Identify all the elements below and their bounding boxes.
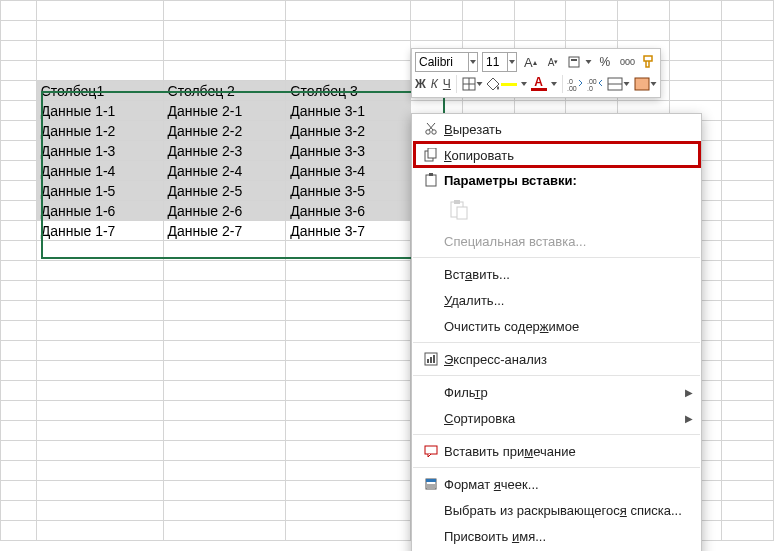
cell[interactable] <box>670 21 722 41</box>
cell[interactable] <box>722 361 774 381</box>
cell[interactable] <box>36 321 163 341</box>
data-cell[interactable]: Данные 2-7 <box>163 221 286 241</box>
data-cell[interactable]: Данные 3-7 <box>286 221 410 241</box>
cell[interactable] <box>163 341 286 361</box>
underline-button[interactable]: Ч <box>443 74 452 94</box>
bold-button[interactable]: Ж <box>415 74 426 94</box>
cell[interactable] <box>670 61 722 81</box>
cell[interactable] <box>163 301 286 321</box>
font-color-button[interactable]: A <box>531 77 547 91</box>
cell[interactable] <box>722 521 774 541</box>
cell[interactable] <box>286 381 410 401</box>
data-cell[interactable]: Данные 1-2 <box>36 121 163 141</box>
menu-define-name[interactable]: Присвоить имя... <box>412 523 701 549</box>
cell[interactable] <box>722 261 774 281</box>
cell[interactable] <box>286 361 410 381</box>
cell[interactable] <box>286 441 410 461</box>
header-cell[interactable]: Столбец 3 <box>286 81 410 101</box>
cell[interactable] <box>722 41 774 61</box>
cell[interactable] <box>670 41 722 61</box>
cell[interactable] <box>36 481 163 501</box>
menu-clear-contents[interactable]: Очистить содержимое <box>412 313 701 339</box>
data-cell[interactable]: Данные 1-4 <box>36 161 163 181</box>
cell[interactable] <box>163 521 286 541</box>
cell[interactable] <box>36 281 163 301</box>
format-painter-icon[interactable] <box>641 54 657 70</box>
cell[interactable] <box>163 501 286 521</box>
cell[interactable] <box>286 21 410 41</box>
cell[interactable] <box>163 41 286 61</box>
cell[interactable] <box>1 41 37 61</box>
cell[interactable] <box>36 341 163 361</box>
cell[interactable] <box>286 261 410 281</box>
cell[interactable] <box>722 101 774 121</box>
cell[interactable] <box>286 281 410 301</box>
cell[interactable] <box>1 481 37 501</box>
data-cell[interactable]: Данные 2-4 <box>163 161 286 181</box>
cell[interactable] <box>722 221 774 241</box>
cell[interactable] <box>722 421 774 441</box>
cell[interactable] <box>286 61 410 81</box>
menu-pick-from-list[interactable]: Выбрать из раскрывающегося списка... <box>412 497 701 523</box>
cell[interactable] <box>722 441 774 461</box>
data-cell[interactable]: Данные 2-5 <box>163 181 286 201</box>
menu-insert-comment[interactable]: Вставить примечание <box>412 438 701 464</box>
cell[interactable] <box>618 21 670 41</box>
data-cell[interactable]: Данные 1-1 <box>36 101 163 121</box>
cell[interactable] <box>670 1 722 21</box>
cell[interactable] <box>36 1 163 21</box>
cell[interactable] <box>1 301 37 321</box>
header-cell[interactable]: Столбец1 <box>36 81 163 101</box>
data-cell[interactable]: Данные 3-3 <box>286 141 410 161</box>
cell[interactable] <box>514 21 566 41</box>
cell[interactable] <box>722 461 774 481</box>
cell[interactable] <box>36 261 163 281</box>
cell[interactable] <box>286 41 410 61</box>
cell[interactable] <box>722 1 774 21</box>
cell[interactable] <box>1 241 37 261</box>
comma-style-button[interactable]: 000 <box>618 52 637 72</box>
data-cell[interactable]: Данные 1-5 <box>36 181 163 201</box>
cell[interactable] <box>286 461 410 481</box>
cell[interactable] <box>286 1 410 21</box>
cell[interactable] <box>1 381 37 401</box>
cell[interactable] <box>163 421 286 441</box>
font-size-dropdown[interactable] <box>508 52 517 72</box>
cell[interactable] <box>163 361 286 381</box>
cell[interactable] <box>722 481 774 501</box>
cell[interactable] <box>670 81 722 101</box>
cell[interactable] <box>1 461 37 481</box>
borders-button[interactable] <box>462 77 483 91</box>
menu-filter[interactable]: Фильтр ▶ <box>412 379 701 405</box>
cell[interactable] <box>1 121 37 141</box>
cell[interactable] <box>722 381 774 401</box>
cell[interactable] <box>36 521 163 541</box>
cell[interactable] <box>722 341 774 361</box>
cell[interactable] <box>36 241 163 261</box>
cell[interactable] <box>1 441 37 461</box>
cell[interactable] <box>36 21 163 41</box>
cell[interactable] <box>1 21 37 41</box>
cell[interactable] <box>566 1 618 21</box>
cell[interactable] <box>286 501 410 521</box>
cell[interactable] <box>36 61 163 81</box>
font-name[interactable]: Calibri <box>415 52 469 72</box>
data-cell[interactable]: Данные 1-7 <box>36 221 163 241</box>
menu-quick-analysis[interactable]: Экспресс-анализ <box>412 346 701 372</box>
cell[interactable] <box>286 341 410 361</box>
cell[interactable] <box>163 381 286 401</box>
cell[interactable] <box>514 1 566 21</box>
cell[interactable] <box>722 81 774 101</box>
font-name-combo[interactable]: Calibri <box>415 52 478 72</box>
cell[interactable] <box>163 241 286 261</box>
cell[interactable] <box>286 401 410 421</box>
cell[interactable] <box>722 281 774 301</box>
font-color-dropdown[interactable] <box>551 74 557 94</box>
cell-styles-button[interactable] <box>634 77 657 91</box>
cell[interactable] <box>36 381 163 401</box>
data-cell[interactable]: Данные 3-5 <box>286 181 410 201</box>
percent-button[interactable]: % <box>596 52 615 72</box>
cell[interactable] <box>163 281 286 301</box>
cell[interactable] <box>1 341 37 361</box>
cell[interactable] <box>163 1 286 21</box>
